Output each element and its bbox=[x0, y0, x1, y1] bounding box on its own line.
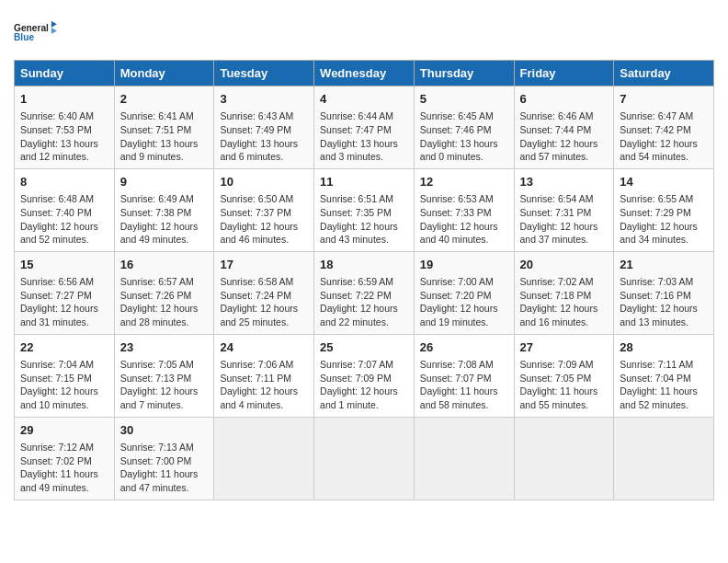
sunrise-label: Sunrise: 6:59 AM bbox=[320, 276, 393, 287]
sunset-label: Sunset: 7:46 PM bbox=[420, 124, 492, 135]
day-cell: 11Sunrise: 6:51 AMSunset: 7:35 PMDayligh… bbox=[314, 168, 415, 251]
day-cell bbox=[514, 417, 614, 500]
sunrise-label: Sunrise: 7:12 AM bbox=[20, 442, 94, 453]
day-number: 26 bbox=[420, 339, 508, 356]
daylight-label: Daylight: 13 hours and 9 minutes. bbox=[120, 138, 199, 163]
day-number: 19 bbox=[420, 257, 508, 273]
day-cell bbox=[414, 417, 514, 500]
daylight-label: Daylight: 12 hours and 28 minutes. bbox=[120, 303, 199, 327]
daylight-label: Daylight: 12 hours and 13 minutes. bbox=[620, 303, 698, 327]
svg-marker-2 bbox=[51, 21, 57, 28]
day-number: 24 bbox=[220, 339, 308, 356]
day-cell: 9Sunrise: 6:49 AMSunset: 7:38 PMDaylight… bbox=[114, 168, 214, 251]
daylight-label: Daylight: 12 hours and 16 minutes. bbox=[520, 303, 598, 327]
daylight-label: Daylight: 12 hours and 10 minutes. bbox=[20, 385, 98, 410]
day-cell: 3Sunrise: 6:43 AMSunset: 7:49 PMDaylight… bbox=[214, 86, 314, 169]
day-number: 15 bbox=[20, 257, 108, 273]
sunset-label: Sunset: 7:26 PM bbox=[120, 290, 192, 301]
week-row-4: 22Sunrise: 7:04 AMSunset: 7:15 PMDayligh… bbox=[15, 334, 714, 417]
day-number: 25 bbox=[320, 339, 408, 356]
daylight-label: Daylight: 12 hours and 52 minutes. bbox=[20, 221, 98, 246]
daylight-label: Daylight: 12 hours and 43 minutes. bbox=[320, 221, 398, 246]
sunset-label: Sunset: 7:47 PM bbox=[320, 124, 392, 135]
day-number: 4 bbox=[320, 91, 408, 108]
day-number: 18 bbox=[320, 257, 408, 273]
header-monday: Monday bbox=[114, 61, 214, 86]
sunrise-label: Sunrise: 7:02 AM bbox=[520, 276, 594, 287]
day-cell: 23Sunrise: 7:05 AMSunset: 7:13 PMDayligh… bbox=[114, 334, 214, 417]
sunset-label: Sunset: 7:49 PM bbox=[220, 124, 291, 135]
day-number: 6 bbox=[520, 91, 609, 108]
day-cell: 16Sunrise: 6:57 AMSunset: 7:26 PMDayligh… bbox=[114, 251, 214, 334]
sunrise-label: Sunrise: 6:47 AM bbox=[620, 110, 693, 121]
daylight-label: Daylight: 12 hours and 54 minutes. bbox=[620, 138, 698, 163]
sunrise-label: Sunrise: 7:05 AM bbox=[120, 359, 194, 370]
sunset-label: Sunset: 7:18 PM bbox=[520, 290, 592, 301]
day-number: 27 bbox=[520, 339, 609, 356]
daylight-label: Daylight: 12 hours and 1 minute. bbox=[320, 385, 398, 410]
daylight-label: Daylight: 13 hours and 0 minutes. bbox=[420, 138, 498, 163]
day-number: 29 bbox=[20, 422, 108, 439]
header-wednesday: Wednesday bbox=[314, 61, 415, 86]
day-cell bbox=[614, 417, 714, 500]
sunrise-label: Sunrise: 6:53 AM bbox=[420, 193, 494, 204]
sunset-label: Sunset: 7:13 PM bbox=[120, 373, 192, 384]
daylight-label: Daylight: 12 hours and 4 minutes. bbox=[220, 385, 298, 410]
sunset-label: Sunset: 7:20 PM bbox=[420, 290, 492, 301]
sunrise-label: Sunrise: 7:03 AM bbox=[620, 276, 693, 287]
day-number: 14 bbox=[620, 174, 708, 190]
sunrise-label: Sunrise: 7:11 AM bbox=[620, 359, 693, 370]
day-cell: 26Sunrise: 7:08 AMSunset: 7:07 PMDayligh… bbox=[414, 334, 514, 417]
daylight-label: Daylight: 12 hours and 57 minutes. bbox=[520, 138, 598, 163]
day-cell: 30Sunrise: 7:13 AMSunset: 7:00 PMDayligh… bbox=[114, 417, 214, 500]
sunrise-label: Sunrise: 6:48 AM bbox=[20, 193, 94, 204]
day-number: 28 bbox=[620, 339, 708, 356]
day-cell: 20Sunrise: 7:02 AMSunset: 7:18 PMDayligh… bbox=[514, 251, 614, 334]
sunset-label: Sunset: 7:44 PM bbox=[520, 124, 592, 135]
sunrise-label: Sunrise: 6:54 AM bbox=[520, 193, 594, 204]
sunset-label: Sunset: 7:29 PM bbox=[620, 207, 691, 218]
day-cell: 17Sunrise: 6:58 AMSunset: 7:24 PMDayligh… bbox=[214, 251, 314, 334]
svg-text:General: General bbox=[14, 23, 49, 33]
day-cell: 22Sunrise: 7:04 AMSunset: 7:15 PMDayligh… bbox=[15, 334, 115, 417]
day-number: 22 bbox=[20, 339, 108, 356]
week-row-2: 8Sunrise: 6:48 AMSunset: 7:40 PMDaylight… bbox=[15, 168, 714, 251]
sunrise-label: Sunrise: 6:57 AM bbox=[120, 276, 194, 287]
sunset-label: Sunset: 7:53 PM bbox=[20, 124, 92, 135]
daylight-label: Daylight: 13 hours and 3 minutes. bbox=[320, 138, 398, 163]
page-header: General Blue bbox=[14, 14, 714, 51]
sunrise-label: Sunrise: 7:00 AM bbox=[420, 276, 494, 287]
daylight-label: Daylight: 11 hours and 52 minutes. bbox=[620, 385, 698, 410]
day-number: 5 bbox=[420, 91, 508, 108]
day-cell: 8Sunrise: 6:48 AMSunset: 7:40 PMDaylight… bbox=[15, 168, 115, 251]
header-saturday: Saturday bbox=[614, 61, 714, 86]
daylight-label: Daylight: 12 hours and 34 minutes. bbox=[620, 221, 698, 246]
sunset-label: Sunset: 7:07 PM bbox=[420, 373, 492, 384]
day-cell: 14Sunrise: 6:55 AMSunset: 7:29 PMDayligh… bbox=[614, 168, 714, 251]
day-number: 30 bbox=[120, 422, 209, 439]
sunset-label: Sunset: 7:35 PM bbox=[320, 207, 392, 218]
day-cell: 6Sunrise: 6:46 AMSunset: 7:44 PMDaylight… bbox=[514, 86, 614, 169]
sunrise-label: Sunrise: 6:44 AM bbox=[320, 110, 393, 121]
day-cell: 29Sunrise: 7:12 AMSunset: 7:02 PMDayligh… bbox=[15, 417, 115, 500]
day-cell bbox=[214, 417, 314, 500]
daylight-label: Daylight: 11 hours and 47 minutes. bbox=[120, 468, 199, 493]
sunset-label: Sunset: 7:09 PM bbox=[320, 373, 392, 384]
daylight-label: Daylight: 12 hours and 25 minutes. bbox=[220, 303, 298, 327]
day-number: 9 bbox=[120, 174, 209, 190]
sunrise-label: Sunrise: 6:40 AM bbox=[20, 110, 94, 121]
day-cell: 4Sunrise: 6:44 AMSunset: 7:47 PMDaylight… bbox=[314, 86, 415, 169]
sunrise-label: Sunrise: 6:49 AM bbox=[120, 193, 194, 204]
header-thursday: Thursday bbox=[414, 61, 514, 86]
day-cell bbox=[314, 417, 415, 500]
sunset-label: Sunset: 7:05 PM bbox=[520, 373, 592, 384]
day-number: 3 bbox=[220, 91, 308, 108]
day-cell: 24Sunrise: 7:06 AMSunset: 7:11 PMDayligh… bbox=[214, 334, 314, 417]
sunset-label: Sunset: 7:00 PM bbox=[120, 455, 192, 466]
day-number: 8 bbox=[20, 174, 108, 190]
day-number: 11 bbox=[320, 174, 408, 190]
day-cell: 5Sunrise: 6:45 AMSunset: 7:46 PMDaylight… bbox=[414, 86, 514, 169]
sunrise-label: Sunrise: 6:50 AM bbox=[220, 193, 293, 204]
sunset-label: Sunset: 7:31 PM bbox=[520, 207, 592, 218]
day-number: 20 bbox=[520, 257, 609, 273]
